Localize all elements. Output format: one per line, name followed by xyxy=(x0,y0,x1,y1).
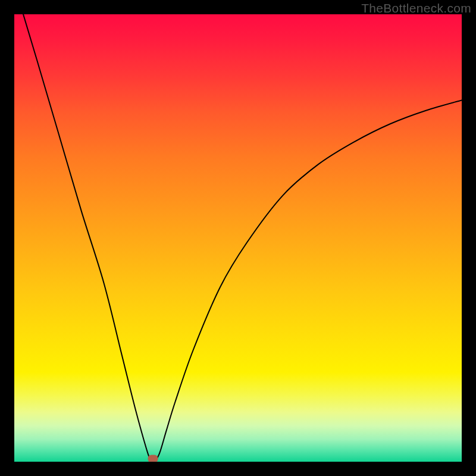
watermark-text: TheBottleneck.com xyxy=(361,1,471,15)
chart-frame: TheBottleneck.com xyxy=(0,0,476,476)
optimum-marker xyxy=(148,455,158,462)
curve-svg xyxy=(14,14,462,462)
plot-area xyxy=(14,14,462,462)
bottleneck-curve xyxy=(23,14,462,462)
